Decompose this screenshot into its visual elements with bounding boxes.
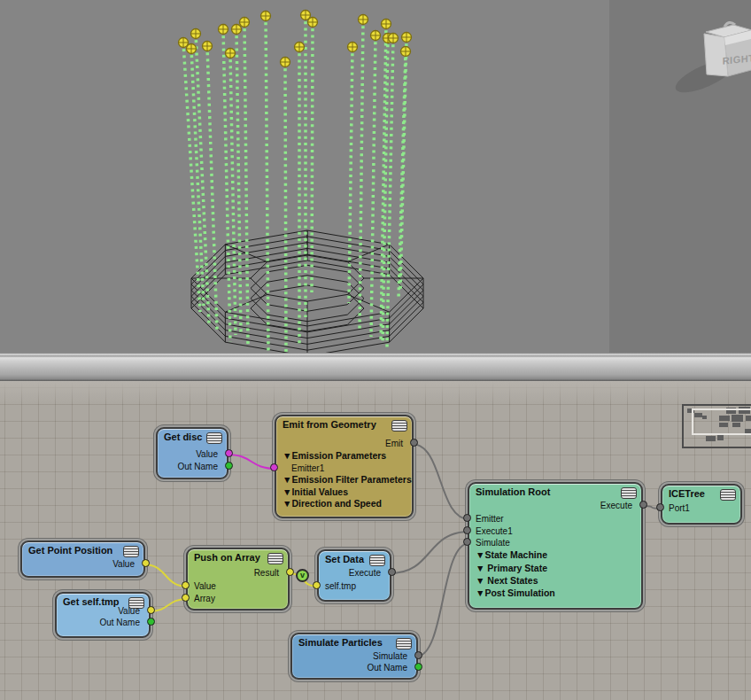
node-emit-from-geometry-row-4: ▼Initial Values <box>283 486 348 498</box>
node-push-on-array[interactable]: Push on ArrayResultValueArray <box>186 548 290 611</box>
node-push-on-array-row-1: Value <box>194 580 216 592</box>
port-simulate-particles-1[interactable] <box>414 663 422 671</box>
node-get-disc-title: Get disc <box>164 432 202 442</box>
node-emit-from-geometry-row-3: ▼Emission Filter Parameters <box>283 474 412 486</box>
node-emit-from-geometry-row-5: ▼Direction and Speed <box>283 498 382 509</box>
node-simulation-root-row-2: Execute1 <box>476 525 513 537</box>
particle-markers <box>179 11 412 67</box>
node-get-self-tmp-title: Get self.tmp <box>63 596 120 607</box>
node-menu-icon[interactable] <box>206 432 222 444</box>
node-icetree-row-0: Port1 <box>669 502 690 514</box>
node-emit-from-geometry-title: Emit from Geometry <box>283 419 376 430</box>
port-get-disc-0[interactable] <box>225 449 233 457</box>
node-menu-icon[interactable] <box>621 487 637 499</box>
node-simulation-root-title: Simulation Root <box>476 486 550 497</box>
application-window: RIGHT Get discValueOut NameEmit from Geo… <box>0 0 751 700</box>
node-simulation-root-row-6: ▼ Next States <box>476 575 538 587</box>
port-set-data-1[interactable] <box>313 581 321 589</box>
port-simulation-root-0[interactable] <box>639 501 647 509</box>
node-simulation-root[interactable]: Simulation RootExecuteEmitterExecute1Sim… <box>468 482 643 610</box>
port-set-data-0[interactable] <box>388 568 396 576</box>
node-menu-icon[interactable] <box>391 420 407 432</box>
node-simulate-particles[interactable]: Simulate ParticlesSimulateOut Name <box>290 633 418 680</box>
node-simulation-root-row-3: Simulate <box>476 537 510 548</box>
node-simulate-particles-title: Simulate Particles <box>298 637 383 648</box>
minimap-node-block <box>717 435 724 440</box>
node-menu-icon[interactable] <box>123 546 139 557</box>
port-push-on-array-0[interactable] <box>286 568 294 576</box>
node-icetree-title: ICETree <box>669 488 705 499</box>
node-set-data-title: Set Data <box>325 554 364 564</box>
node-push-on-array-title: Push on Array <box>194 552 260 563</box>
node-menu-icon[interactable] <box>396 638 412 649</box>
node-get-self-tmp-row-1: Out Name <box>99 617 140 628</box>
minimap-view-rect[interactable] <box>692 408 751 435</box>
node-simulate-particles-row-1: Out Name <box>367 662 407 673</box>
view-cube[interactable]: RIGHT <box>662 4 751 101</box>
node-set-data[interactable]: Set DataExecuteself.tmp <box>317 549 391 602</box>
node-get-point-position[interactable]: Get Point PositionValue <box>20 541 145 578</box>
node-push-on-array-row-2: Array <box>194 593 215 604</box>
node-menu-icon[interactable] <box>720 489 736 501</box>
port-simulation-root-2[interactable] <box>463 526 471 534</box>
node-simulation-root-row-0: Execute <box>600 500 632 511</box>
node-simulation-root-row-4: ▼State Machine <box>476 549 547 561</box>
particle-trails <box>183 15 406 353</box>
node-simulation-root-row-7: ▼Post Simulation <box>476 587 555 599</box>
port-get-disc-1[interactable] <box>225 462 233 470</box>
particle-scene <box>0 0 751 354</box>
node-set-data-row-1: self.tmp <box>325 580 356 592</box>
node-get-point-position-row-0: Value <box>112 558 135 570</box>
minimap-node-block <box>706 436 716 441</box>
node-set-data-row-0: Execute <box>349 567 381 579</box>
node-get-disc-row-0: Value <box>196 448 218 460</box>
viewport-graph-splitter[interactable] <box>0 353 751 381</box>
node-emit-from-geometry-row-2: Emitter1 <box>291 463 324 474</box>
node-get-point-position-title: Get Point Position <box>28 545 112 556</box>
node-menu-icon[interactable] <box>369 555 385 566</box>
3d-viewport[interactable]: RIGHT <box>0 0 751 354</box>
port-simulate-particles-0[interactable] <box>414 651 422 659</box>
node-get-disc[interactable]: Get discValueOut Name <box>156 427 228 479</box>
port-emit-from-geometry-2[interactable] <box>270 463 278 471</box>
node-get-self-tmp-row-0: Value <box>118 605 140 617</box>
port-push-on-array-2[interactable] <box>182 594 190 602</box>
node-simulation-root-row-1: Emitter <box>476 513 504 525</box>
node-get-disc-row-1: Out Name <box>177 461 218 472</box>
node-simulate-particles-row-0: Simulate <box>373 650 407 662</box>
graph-top-band <box>0 381 751 403</box>
port-simulation-root-1[interactable] <box>463 514 471 522</box>
port-simulation-root-3[interactable] <box>463 538 471 546</box>
port-get-self-tmp-0[interactable] <box>147 606 155 614</box>
node-get-self-tmp[interactable]: Get self.tmpValueOut Name <box>55 592 151 638</box>
port-get-self-tmp-1[interactable] <box>147 618 155 626</box>
node-simulation-root-row-5: ▼ Primary State <box>476 563 547 574</box>
node-push-on-array-row-0: Result <box>254 567 279 579</box>
node-emit-from-geometry-row-0: Emit <box>385 438 403 449</box>
node-menu-icon[interactable] <box>267 553 283 564</box>
node-emit-from-geometry[interactable]: Emit from GeometryEmit▼Emission Paramete… <box>275 415 414 518</box>
port-icetree-0[interactable] <box>656 503 664 511</box>
node-emit-from-geometry-row-1: ▼Emission Parameters <box>283 450 386 462</box>
port-emit-from-geometry-0[interactable] <box>410 439 418 447</box>
port-push-on-array-1[interactable] <box>182 581 190 589</box>
port-get-point-position-0[interactable] <box>142 559 150 567</box>
vector-type-badge: v <box>296 569 309 582</box>
node-icetree[interactable]: ICETreePort1 <box>661 484 742 525</box>
